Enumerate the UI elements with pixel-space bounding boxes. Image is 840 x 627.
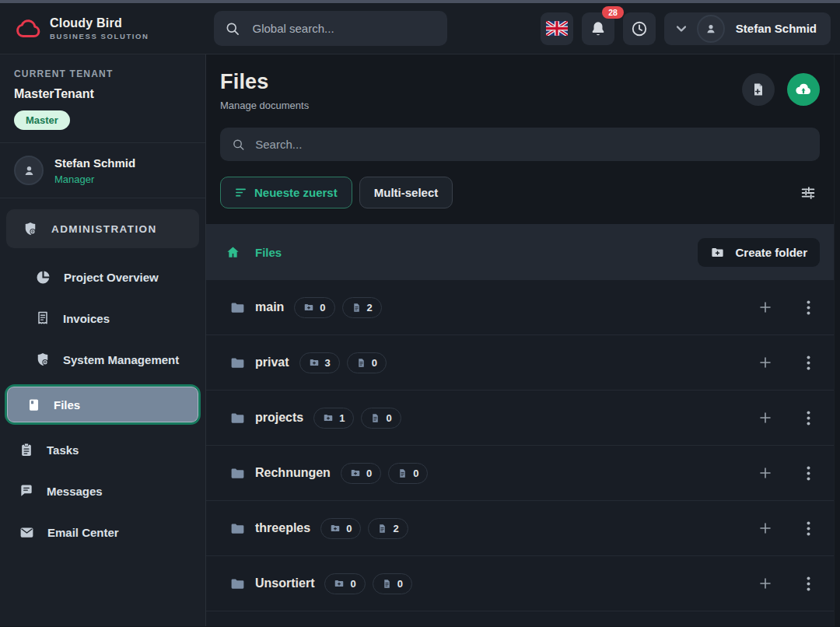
breadcrumb[interactable]: Files [226, 245, 282, 260]
language-button[interactable] [541, 12, 573, 45]
tenant-label: CURRENT TENANT [14, 68, 191, 79]
add-to-folder-button[interactable] [754, 517, 777, 540]
upload-button[interactable] [787, 73, 820, 106]
topbar-actions: 28 Stefan Schmid [541, 12, 831, 45]
selected-item-pill: Files [7, 387, 198, 422]
folder-icon [229, 299, 246, 316]
file-icon [26, 398, 41, 412]
subfolder-count-badge: 0 [294, 297, 334, 318]
user-avatar [697, 15, 725, 43]
folder-plus-icon [309, 357, 320, 368]
document-icon [370, 413, 380, 423]
sidebar-nav: Project Overview Invoices System Managem… [0, 251, 205, 555]
plus-icon [758, 576, 772, 590]
sidebar-item-files[interactable]: Files [5, 384, 201, 425]
filter-settings-button[interactable] [796, 181, 820, 205]
sidebar-user[interactable]: Stefan Schmid Manager [0, 143, 205, 198]
sidebar-item-label: System Management [63, 353, 179, 366]
sidebar-user-text: Stefan Schmid Manager [54, 156, 135, 185]
subfolder-count-badge: 0 [341, 463, 381, 484]
folder-name: threeples [255, 521, 310, 535]
plus-icon [758, 411, 772, 425]
folder-plus-icon [334, 578, 345, 589]
sidebar-item-email-center[interactable]: Email Center [0, 513, 205, 551]
sidebar-user-name: Stefan Schmid [54, 156, 135, 170]
plus-icon [758, 300, 772, 314]
sidebar-item-invoices[interactable]: Invoices [0, 299, 205, 337]
breadcrumb-bar: Files Create folder [206, 224, 834, 280]
shield-gear-icon [23, 221, 38, 236]
folder-row[interactable]: threeples 0 2 [206, 501, 834, 556]
file-count-badge: 2 [368, 518, 408, 539]
sidebar-item-tasks[interactable]: Tasks [0, 431, 205, 468]
app-shell: CURRENT TENANT MasterTenant Master Stefa… [0, 54, 840, 626]
cloud-upload-icon [794, 80, 813, 99]
sidebar-item-label: Messages [47, 485, 103, 498]
folder-menu-button[interactable] [802, 517, 815, 541]
folder-plus-icon [323, 412, 334, 423]
files-panel: Files Create folder main 0 [206, 224, 834, 626]
folder-icon [229, 576, 246, 592]
subfolder-count: 0 [366, 468, 372, 479]
global-search-input[interactable] [253, 22, 436, 35]
tune-icon [800, 184, 817, 201]
folder-name: privat [255, 356, 289, 370]
breadcrumb-root-label: Files [255, 246, 282, 259]
dots-vertical-icon [807, 411, 810, 426]
sidebar-item-label: Tasks [47, 443, 79, 457]
folder-menu-button[interactable] [802, 461, 815, 485]
add-to-folder-button[interactable] [754, 351, 777, 374]
folder-menu-button[interactable] [802, 406, 815, 430]
sidebar-item-project-overview[interactable]: Project Overview [0, 258, 205, 296]
file-count-badge: 0 [361, 408, 401, 429]
files-search[interactable] [220, 128, 820, 161]
user-menu-button[interactable]: Stefan Schmid [664, 12, 831, 45]
files-search-input[interactable] [255, 138, 808, 151]
brand-tagline: BUSINESS SOLUTION [50, 32, 149, 40]
dots-vertical-icon [807, 300, 810, 315]
file-count: 0 [397, 578, 403, 590]
folder-row[interactable]: Unsortiert 0 0 [206, 556, 834, 611]
folder-menu-button[interactable] [802, 351, 815, 375]
sidebar-item-label: Project Overview [64, 271, 159, 284]
folder-badges: 0 0 [341, 463, 428, 484]
folder-icon [229, 465, 246, 482]
folder-row[interactable]: Rechnungen 0 0 [206, 446, 834, 501]
folder-badges: 3 0 [299, 352, 387, 373]
add-to-folder-button[interactable] [754, 572, 777, 595]
brand[interactable]: Cloudy Bird BUSINESS SOLUTION [16, 16, 149, 40]
document-icon [397, 468, 408, 478]
folder-menu-button[interactable] [802, 572, 815, 596]
add-to-folder-button[interactable] [754, 296, 777, 319]
sort-button[interactable]: Neueste zuerst [220, 177, 352, 208]
dots-vertical-icon [807, 466, 810, 481]
folder-row[interactable]: privat 3 0 [206, 335, 834, 391]
sidebar-section-administration[interactable]: ADMINISTRATION [6, 209, 199, 248]
folder-menu-button[interactable] [802, 296, 815, 320]
history-button[interactable] [623, 12, 656, 45]
scrollbar-track[interactable] [834, 54, 840, 626]
sidebar-section-label: ADMINISTRATION [51, 223, 157, 235]
files-toolbar: Neueste zuerst Multi-select [220, 177, 820, 208]
new-document-button[interactable] [742, 73, 775, 106]
folder-name: main [255, 300, 284, 314]
folder-name: Unsortiert [255, 576, 314, 590]
folder-badges: 0 2 [294, 297, 381, 318]
sidebar-item-system-management[interactable]: System Management [0, 341, 205, 378]
document-icon [356, 358, 366, 368]
file-plus-icon [751, 82, 766, 97]
add-to-folder-button[interactable] [754, 461, 777, 485]
sidebar-item-messages[interactable]: Messages [0, 472, 205, 510]
notifications-button[interactable]: 28 [582, 12, 614, 45]
divider [0, 198, 205, 198]
create-folder-button[interactable]: Create folder [698, 238, 820, 267]
file-count-badge: 0 [347, 352, 387, 373]
folder-row[interactable]: projects 1 0 [206, 391, 834, 446]
folder-row[interactable]: main 0 2 [206, 280, 834, 335]
person-icon [22, 163, 37, 178]
dots-vertical-icon [807, 521, 810, 536]
add-to-folder-button[interactable] [754, 406, 777, 429]
cloud-logo-icon [16, 18, 42, 40]
global-search[interactable] [214, 11, 447, 46]
multi-select-button[interactable]: Multi-select [359, 177, 453, 208]
